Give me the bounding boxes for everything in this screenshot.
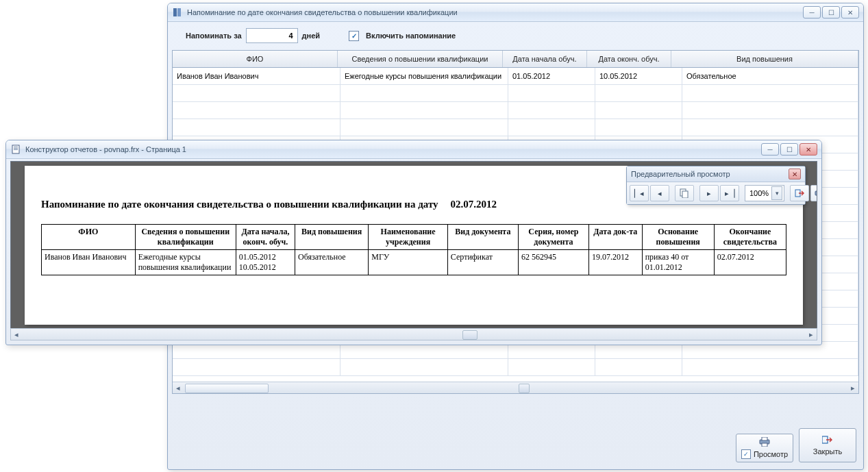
column-header[interactable]: Дата оконч. обуч.	[587, 51, 671, 67]
rpt-col: Вид документа	[447, 225, 518, 250]
chevron-down-icon[interactable]: ▾	[771, 186, 782, 200]
remind-days-input[interactable]	[246, 28, 298, 43]
close-button[interactable]: ✕	[841, 6, 859, 18]
report-app-icon	[10, 144, 21, 155]
rpt-col: Наименование учреждения	[369, 225, 448, 250]
last-page-button[interactable]: ▸▕	[720, 185, 739, 201]
table-row[interactable]: Иванов Иван Иванович Ежегодные курсы пов…	[173, 68, 858, 85]
scroll-handle[interactable]	[519, 384, 530, 393]
printer-icon	[758, 437, 771, 448]
rpt-col: Серия, номер документа	[518, 225, 588, 250]
remind-label: Напоминать за	[186, 32, 242, 40]
report-maximize-button[interactable]: ☐	[780, 143, 798, 156]
print-button[interactable]	[810, 185, 817, 201]
prev-page-button[interactable]: ◂	[650, 185, 669, 201]
preview-toolbar[interactable]: Предварительный просмотр ✕ ▏◂ ◂ ▸ ▸▕ 100…	[626, 166, 806, 205]
scroll-right-icon[interactable]: ▸	[847, 382, 858, 393]
column-header[interactable]: ФИО	[173, 51, 338, 67]
grid-scrollbar[interactable]: ◂ ▸	[173, 382, 858, 393]
column-header[interactable]: Дата начала обуч.	[503, 51, 587, 67]
rpt-col: Дата док-та	[588, 225, 642, 250]
zoom-select[interactable]: 100% ▾	[745, 185, 784, 201]
rpt-col: Сведения о повышении квалификации	[135, 225, 236, 250]
first-page-button[interactable]: ▏◂	[630, 185, 649, 201]
close-app-button[interactable]: Закрыть	[799, 428, 856, 462]
preview-toolbar-close[interactable]: ✕	[789, 169, 801, 179]
table-row[interactable]	[173, 85, 858, 102]
minimize-button[interactable]: ─	[803, 6, 821, 18]
cell-sved: Ежегодные курсы повышения квалификации	[340, 68, 508, 84]
rpt-col: ФИО	[42, 225, 136, 250]
scroll-left-icon[interactable]: ◂	[11, 329, 22, 340]
report-minimize-button[interactable]: ─	[761, 143, 779, 156]
scroll-thumb[interactable]	[462, 330, 478, 340]
report-window-title: Конструктор отчетов - povnap.frx - Стран…	[25, 145, 186, 153]
svg-rect-0	[173, 8, 177, 16]
reminder-titlebar[interactable]: Напоминание по дате окончания свидетельс…	[168, 3, 863, 22]
report-table: ФИО Сведения о повышении квалификации Да…	[41, 224, 786, 275]
enable-reminder-checkbox[interactable]: ✓	[349, 31, 359, 41]
preview-label: Просмотр	[754, 450, 788, 458]
table-row[interactable]	[173, 359, 858, 376]
svg-rect-8	[14, 148, 18, 149]
rpt-col: Вид повышения	[295, 225, 369, 250]
svg-rect-13	[815, 191, 817, 195]
close-preview-button[interactable]	[790, 185, 809, 201]
cell-start: 01.05.2012	[508, 68, 595, 84]
goto-page-button[interactable]	[675, 185, 694, 201]
preview-checkbox[interactable]: ✓	[741, 449, 751, 459]
cell-vid: Обязательное	[682, 68, 858, 84]
scroll-right-icon[interactable]: ▸	[806, 329, 817, 340]
exit-icon	[822, 435, 833, 446]
enable-reminder-label: Включить напоминание	[366, 32, 456, 40]
report-designer-window: Конструктор отчетов - povnap.frx - Стран…	[5, 140, 822, 345]
svg-rect-9	[14, 149, 18, 150]
preview-toolbar-title: Предварительный просмотр	[631, 170, 730, 178]
svg-rect-7	[14, 147, 18, 147]
cell-fio: Иванов Иван Иванович	[173, 68, 340, 84]
rpt-row: Иванов Иван Иванович Ежегодные курсы пов…	[42, 250, 786, 275]
reminder-window-title: Напоминание по дате окончания свидетельс…	[187, 8, 458, 16]
svg-rect-4	[762, 443, 767, 447]
rpt-col: Окончание свидетельства	[714, 225, 786, 250]
maximize-button[interactable]: ☐	[822, 6, 840, 18]
svg-rect-3	[762, 437, 767, 440]
column-header[interactable]: Вид повышения	[671, 51, 858, 67]
next-page-button[interactable]: ▸	[699, 185, 719, 201]
scroll-left-icon[interactable]: ◂	[173, 382, 184, 393]
table-row[interactable]	[173, 102, 858, 119]
scroll-thumb[interactable]	[185, 384, 269, 393]
cell-end: 10.05.2012	[595, 68, 682, 84]
close-label: Закрыть	[813, 447, 842, 456]
remind-unit: дней	[302, 32, 321, 40]
svg-rect-1	[177, 8, 181, 16]
rpt-col: Основание повышения	[642, 225, 714, 250]
report-close-button[interactable]: ✕	[799, 143, 817, 156]
preview-button[interactable]: ✓ Просмотр	[736, 434, 793, 462]
column-header[interactable]: Сведения о повышении квалификации	[338, 51, 503, 67]
table-row[interactable]	[173, 119, 858, 136]
svg-rect-11	[682, 191, 688, 198]
rpt-col: Дата начала, оконч. обуч.	[236, 225, 295, 250]
report-scrollbar[interactable]: ◂ ▸	[10, 328, 817, 340]
app-icon	[172, 7, 183, 18]
report-titlebar[interactable]: Конструктор отчетов - povnap.frx - Стран…	[6, 140, 821, 159]
